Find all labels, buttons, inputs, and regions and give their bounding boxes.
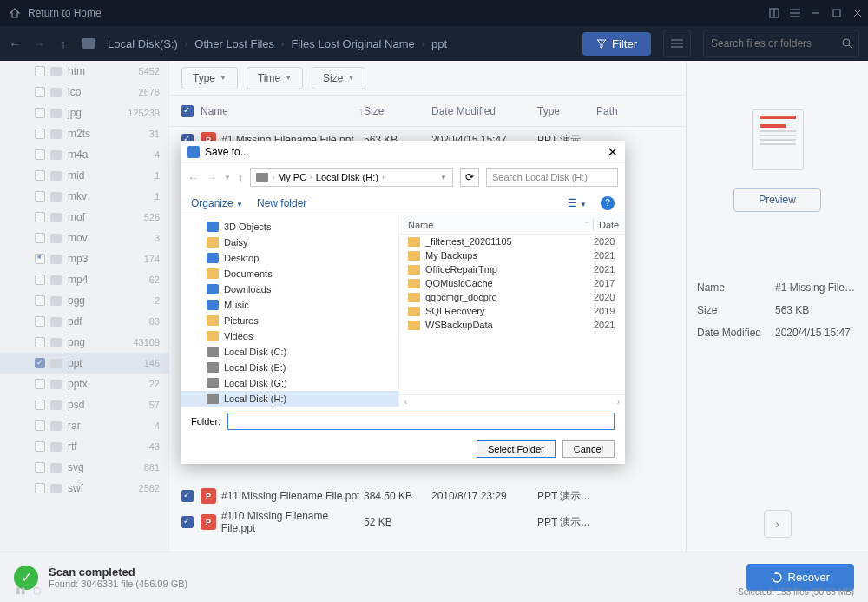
checkbox[interactable] — [35, 129, 45, 139]
dialog-col-name[interactable]: Nameˆ — [399, 220, 593, 230]
filter-button[interactable]: Filter — [582, 32, 651, 56]
maximize-button[interactable] — [826, 0, 847, 26]
sidebar-item-pdf[interactable]: pdf83 — [0, 311, 168, 332]
folder-input[interactable] — [227, 413, 615, 430]
checkbox[interactable] — [35, 379, 45, 389]
checkbox[interactable] — [35, 295, 45, 306]
sidebar-item-mof[interactable]: mof526 — [0, 207, 168, 228]
cancel-button[interactable]: Cancel — [562, 440, 615, 458]
dialog-address-bar[interactable]: › My PC › Local Disk (H:) › ▼ — [250, 168, 453, 187]
tree-item[interactable]: Local Disk (G:) — [181, 375, 398, 391]
new-folder-button[interactable]: New folder — [257, 197, 306, 209]
organize-button[interactable]: Organize ▼ — [191, 197, 243, 209]
tree-item[interactable]: Videos — [181, 328, 398, 344]
col-path[interactable]: Path — [596, 105, 674, 117]
breadcrumb-p3[interactable]: ppt — [431, 37, 447, 50]
col-type[interactable]: Type — [537, 105, 596, 117]
sidebar-item-mov[interactable]: mov3 — [0, 228, 168, 248]
checkbox[interactable] — [35, 462, 45, 473]
tree-item[interactable]: Desktop — [181, 250, 398, 266]
tree-item[interactable]: Music — [181, 297, 398, 313]
layout-icon[interactable] — [764, 0, 785, 26]
menu-icon[interactable] — [785, 0, 806, 26]
sidebar-item-jpg[interactable]: jpg125239 — [0, 103, 168, 123]
size-dropdown[interactable]: Size▼ — [312, 67, 365, 89]
list-item[interactable]: QQMusicCache2017 — [399, 276, 625, 290]
checkbox[interactable] — [35, 358, 45, 368]
tree-item[interactable]: Downloads — [181, 281, 398, 297]
checkbox[interactable] — [35, 420, 45, 431]
dialog-search-box[interactable]: Search Local Disk (H:) — [486, 168, 618, 187]
list-item[interactable]: OfficeRepairTmp2021 — [399, 262, 625, 276]
breadcrumb-p2[interactable]: Files Lost Original Name — [291, 37, 414, 50]
dialog-up-button[interactable]: ↑ — [238, 171, 244, 184]
sidebar-item-psd[interactable]: psd57 — [0, 394, 168, 415]
home-link[interactable]: Return to Home — [28, 7, 102, 19]
list-item[interactable]: My Backups2021 — [399, 248, 625, 262]
horizontal-scrollbar[interactable]: ‹› — [399, 394, 625, 408]
col-name[interactable]: Name — [201, 105, 228, 117]
tree-item[interactable]: Documents — [181, 266, 398, 281]
sidebar-item-mid[interactable]: mid1 — [0, 165, 168, 186]
checkbox[interactable] — [35, 66, 45, 76]
pause-icon[interactable]: ▮▮ — [16, 585, 26, 595]
tree-item[interactable]: Local Disk (C:) — [181, 344, 398, 360]
help-button[interactable]: ? — [601, 196, 615, 210]
sidebar-item-htm[interactable]: htm5452 — [0, 61, 168, 82]
search-input[interactable] — [711, 37, 841, 50]
list-item[interactable]: SQLRecovery2019 — [399, 304, 625, 318]
checkbox[interactable] — [35, 441, 45, 452]
up-button[interactable]: ↑ — [57, 37, 69, 50]
checkbox[interactable] — [35, 483, 45, 493]
checkbox[interactable] — [35, 212, 45, 222]
sidebar-item-ogg[interactable]: ogg2 — [0, 290, 168, 311]
checkbox[interactable] — [35, 400, 45, 410]
search-box[interactable] — [703, 30, 859, 57]
sidebar-item-rar[interactable]: rar4 — [0, 415, 168, 436]
minimize-button[interactable] — [806, 0, 826, 26]
sidebar-item-m4a[interactable]: m4a4 — [0, 144, 168, 165]
tree-item[interactable]: Local Disk (H:) — [181, 391, 398, 407]
select-all-checkbox[interactable] — [181, 105, 194, 117]
dialog-tree[interactable]: 3D ObjectsDaisyDesktopDocumentsDownloads… — [181, 215, 399, 408]
preview-button[interactable]: Preview — [733, 188, 821, 212]
list-item[interactable]: qqpcmgr_docpro2020 — [399, 290, 625, 304]
checkbox[interactable] — [35, 275, 45, 285]
breadcrumb-p1[interactable]: Other Lost Files — [194, 37, 274, 50]
sidebar[interactable]: htm5452ico2678jpg125239m2ts31m4a4mid1mkv… — [0, 61, 169, 552]
checkbox[interactable] — [35, 87, 45, 97]
dialog-refresh-button[interactable]: ⟳ — [460, 168, 479, 187]
time-dropdown[interactable]: Time▼ — [247, 67, 303, 89]
next-button[interactable]: › — [764, 510, 792, 538]
dialog-col-date[interactable]: Date — [594, 220, 625, 230]
dialog-back-button[interactable]: ← — [187, 171, 199, 184]
checkbox[interactable] — [35, 170, 45, 181]
checkbox[interactable] — [35, 149, 45, 160]
sidebar-item-pptx[interactable]: pptx22 — [0, 374, 168, 394]
sidebar-item-png[interactable]: png43109 — [0, 332, 168, 353]
file-row[interactable]: P#11 Missing Filename File.ppt384.50 KB2… — [169, 483, 686, 509]
sidebar-item-mp3[interactable]: mp3174 — [0, 248, 168, 269]
stop-icon[interactable]: ▢ — [33, 585, 41, 595]
breadcrumb-disk[interactable]: Local Disk(S:) — [108, 37, 178, 50]
checkbox[interactable] — [35, 254, 45, 264]
checkbox[interactable] — [35, 108, 45, 118]
list-item[interactable]: _filtertest_202011052020 — [399, 235, 625, 248]
col-size[interactable]: Size — [364, 105, 431, 117]
tree-item[interactable]: Daisy — [181, 235, 398, 250]
dialog-close-button[interactable]: ✕ — [608, 145, 618, 159]
tree-item[interactable]: Pictures — [181, 313, 398, 328]
checkbox[interactable] — [35, 191, 45, 202]
sidebar-item-ppt[interactable]: ppt146 — [0, 353, 168, 374]
back-button[interactable]: ← — [9, 37, 21, 50]
tree-item[interactable]: 3D Objects — [181, 219, 398, 235]
list-view-button[interactable] — [663, 30, 691, 57]
file-checkbox[interactable] — [181, 490, 194, 502]
close-button[interactable] — [847, 0, 868, 26]
file-checkbox[interactable] — [181, 516, 194, 528]
select-folder-button[interactable]: Select Folder — [477, 440, 556, 458]
view-button[interactable]: ☰ ▼ — [568, 197, 587, 209]
sidebar-item-m2ts[interactable]: m2ts31 — [0, 123, 168, 144]
sidebar-item-ico[interactable]: ico2678 — [0, 82, 168, 103]
sidebar-item-svg[interactable]: svg881 — [0, 457, 168, 478]
